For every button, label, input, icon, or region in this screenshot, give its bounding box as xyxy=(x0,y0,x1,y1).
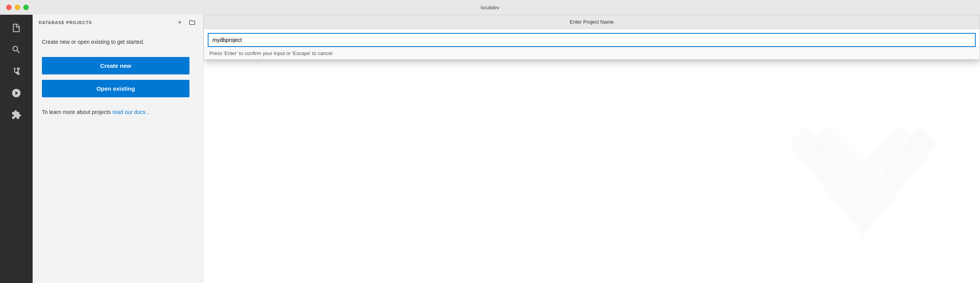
project-name-input[interactable] xyxy=(208,33,976,47)
activity-search[interactable] xyxy=(6,40,26,60)
input-field-container xyxy=(204,29,980,47)
close-button[interactable] xyxy=(6,5,12,10)
input-dialog: Enter Project Name Press 'Enter' to conf… xyxy=(203,15,980,60)
activity-bar xyxy=(0,15,33,283)
main-container: DATABASE PROJECTS + Create new or open e… xyxy=(0,15,980,283)
traffic-lights xyxy=(6,5,29,10)
activity-run-debug[interactable] xyxy=(6,83,26,103)
activity-files[interactable] xyxy=(6,18,26,38)
sidebar-content: Create new or open existing to get start… xyxy=(33,30,203,283)
minimize-button[interactable] xyxy=(15,5,20,10)
watermark xyxy=(770,88,957,275)
sidebar-description: Create new or open existing to get start… xyxy=(42,38,194,46)
sidebar-title: DATABASE PROJECTS xyxy=(39,20,175,25)
main-content: Enter Project Name Press 'Enter' to conf… xyxy=(203,15,980,283)
sidebar: DATABASE PROJECTS + Create new or open e… xyxy=(33,15,203,283)
sidebar-footer: To learn more about projects read our do… xyxy=(42,108,194,116)
input-overlay: Enter Project Name Press 'Enter' to conf… xyxy=(203,15,980,60)
create-new-button[interactable]: Create new xyxy=(42,57,189,74)
open-folder-button[interactable] xyxy=(188,18,197,27)
footer-period: . xyxy=(147,109,149,115)
sidebar-actions: + xyxy=(175,18,197,27)
window-title: localdev xyxy=(481,5,499,10)
read-docs-link[interactable]: read our docs xyxy=(112,109,146,115)
input-hint: Press 'Enter' to confirm your input or '… xyxy=(204,47,980,59)
activity-source-control[interactable] xyxy=(6,61,26,81)
footer-text: To learn more about projects xyxy=(42,109,112,115)
add-project-button[interactable]: + xyxy=(175,18,184,27)
title-bar: localdev xyxy=(0,0,980,15)
dialog-header: Enter Project Name xyxy=(204,15,980,29)
open-existing-button[interactable]: Open existing xyxy=(42,80,189,97)
maximize-button[interactable] xyxy=(23,5,29,10)
sidebar-header: DATABASE PROJECTS + xyxy=(33,15,203,30)
activity-extensions[interactable] xyxy=(6,105,26,125)
